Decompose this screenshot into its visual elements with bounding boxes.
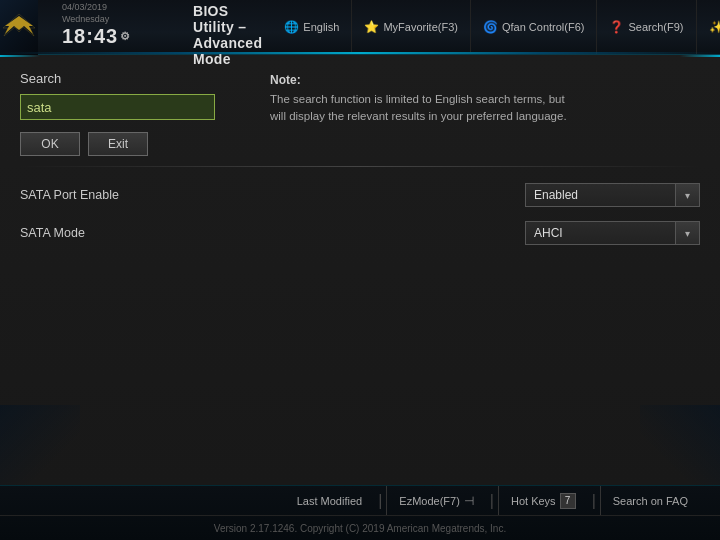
sata-port-value: Enabled bbox=[526, 188, 675, 202]
nav-qfan[interactable]: 🌀 Qfan Control(F6) bbox=[471, 0, 598, 54]
bg-decoration-right bbox=[640, 405, 720, 485]
search-input[interactable] bbox=[20, 94, 215, 120]
datetime-area: 04/03/2019Wednesday 18:43⚙ bbox=[62, 2, 152, 48]
header-bar: 04/03/2019Wednesday 18:43⚙ UEFI BIOS Uti… bbox=[0, 0, 720, 55]
main-content: Search OK Exit Note: The search function… bbox=[0, 55, 720, 485]
sata-port-arrow-icon: ▾ bbox=[675, 184, 699, 206]
footer-nav: Last Modified | EzMode(F7) ⊣ | Hot Keys … bbox=[0, 486, 720, 516]
search-buttons: OK Exit bbox=[20, 132, 240, 156]
footer-copyright: Version 2.17.1246. Copyright (C) 2019 Am… bbox=[0, 516, 720, 540]
footer-sep-2: | bbox=[486, 492, 498, 510]
ezmode-icon: ⊣ bbox=[464, 494, 474, 508]
last-modified-label: Last Modified bbox=[297, 495, 362, 507]
sata-mode-label: SATA Mode bbox=[20, 226, 85, 240]
footer-ezmode[interactable]: EzMode(F7) ⊣ bbox=[386, 486, 486, 515]
footer-sep-3: | bbox=[588, 492, 600, 510]
nav-language[interactable]: 🌐 English bbox=[272, 0, 352, 54]
footer: Last Modified | EzMode(F7) ⊣ | Hot Keys … bbox=[0, 485, 720, 540]
footer-sep-1: | bbox=[374, 492, 386, 510]
corner-accent-right bbox=[680, 55, 720, 57]
aura-icon: ✨ bbox=[709, 20, 720, 34]
hotkeys-label: Hot Keys bbox=[511, 495, 556, 507]
nav-aura[interactable]: ✨ AURA ON/OFF(F4) bbox=[697, 0, 720, 54]
search-left-panel: Search OK Exit bbox=[20, 71, 240, 156]
language-icon: 🌐 bbox=[284, 20, 299, 34]
search-panel: Search OK Exit Note: The search function… bbox=[0, 55, 720, 166]
nav-myfavorite[interactable]: ⭐ MyFavorite(F3) bbox=[352, 0, 471, 54]
footer-hotkeys[interactable]: Hot Keys 7 bbox=[498, 486, 588, 515]
search-label: Search bbox=[20, 71, 240, 86]
bg-decoration-left bbox=[0, 405, 80, 485]
note-text: The search function is limited to Englis… bbox=[270, 91, 620, 126]
nav-qfan-label: Qfan Control(F6) bbox=[502, 21, 585, 33]
fan-icon: 🌀 bbox=[483, 20, 498, 34]
nav-search[interactable]: ❓ Search(F9) bbox=[597, 0, 696, 54]
nav-language-label: English bbox=[303, 21, 339, 33]
ezmode-label: EzMode(F7) bbox=[399, 495, 460, 507]
sata-port-label: SATA Port Enable bbox=[20, 188, 119, 202]
footer-last-modified[interactable]: Last Modified bbox=[285, 486, 374, 515]
ok-button[interactable]: OK bbox=[20, 132, 80, 156]
sata-port-dropdown[interactable]: Enabled ▾ bbox=[525, 183, 700, 207]
header-nav: 🌐 English ⭐ MyFavorite(F3) 🌀 Qfan Contro… bbox=[272, 0, 720, 54]
bios-title: UEFI BIOS Utility – Advanced Mode bbox=[193, 0, 262, 67]
corner-accent-left bbox=[0, 55, 40, 57]
nav-search-label: Search(F9) bbox=[628, 21, 683, 33]
sata-mode-dropdown[interactable]: AHCI ▾ bbox=[525, 221, 700, 245]
svg-marker-0 bbox=[5, 16, 33, 34]
footer-search-faq[interactable]: Search on FAQ bbox=[600, 486, 700, 515]
logo-area bbox=[0, 0, 38, 55]
tuf-logo-icon bbox=[0, 12, 38, 42]
sata-mode-arrow-icon: ▾ bbox=[675, 222, 699, 244]
note-title: Note: bbox=[270, 73, 700, 87]
search-nav-icon: ❓ bbox=[609, 20, 624, 34]
sata-mode-value: AHCI bbox=[526, 226, 675, 240]
time-display: 18:43⚙ bbox=[62, 25, 131, 48]
date-display: 04/03/2019Wednesday bbox=[62, 2, 109, 25]
nav-myfavorite-label: MyFavorite(F3) bbox=[383, 21, 458, 33]
result-row-sata-port: SATA Port Enable Enabled ▾ bbox=[20, 183, 700, 207]
search-faq-label: Search on FAQ bbox=[613, 495, 688, 507]
note-area: Note: The search function is limited to … bbox=[270, 71, 700, 126]
exit-button[interactable]: Exit bbox=[88, 132, 148, 156]
hotkeys-badge: 7 bbox=[560, 493, 576, 509]
favorite-icon: ⭐ bbox=[364, 20, 379, 34]
result-row-sata-mode: SATA Mode AHCI ▾ bbox=[20, 221, 700, 245]
header-accent bbox=[0, 52, 720, 54]
settings-icon[interactable]: ⚙ bbox=[120, 30, 131, 43]
results-area: SATA Port Enable Enabled ▾ SATA Mode AHC… bbox=[0, 167, 720, 261]
